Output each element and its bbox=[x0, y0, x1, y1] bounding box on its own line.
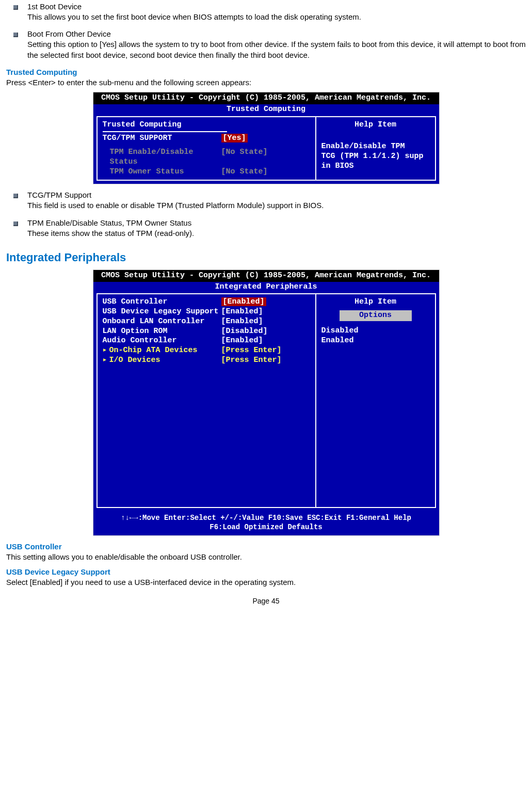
bios-label: USB Device Legacy Support bbox=[103, 307, 221, 317]
bios-row-usb-legacy: USB Device Legacy Support [Enabled] bbox=[103, 307, 310, 317]
bios-body: USB Controller [Enabled] USB Device Lega… bbox=[93, 293, 439, 511]
bios-label: TCG/TPM SUPPORT bbox=[103, 134, 221, 144]
help-text: Enable/Disable TPM bbox=[321, 142, 430, 152]
bios-submenu-label: I/O Devices bbox=[103, 356, 221, 366]
bullet-icon bbox=[13, 194, 18, 198]
bios-body: Trusted Computing TCG/TPM SUPPORT [Yes] … bbox=[93, 116, 439, 184]
bios-row-lan-controller: Onboard LAN Controller [Enabled] bbox=[103, 317, 310, 327]
options-header: Options bbox=[340, 310, 412, 321]
item-title: TCG/TPM Support bbox=[27, 191, 526, 199]
list-item-1st-boot: 1st Boot Device This allows you to set t… bbox=[13, 2, 526, 22]
bios-help-pane: Help Item Options Disabled Enabled bbox=[316, 293, 436, 508]
trusted-intro: Press <Enter> to enter the sub-menu and … bbox=[6, 77, 526, 88]
bios-value-selected: [Yes] bbox=[221, 134, 248, 142]
item-title: 1st Boot Device bbox=[27, 2, 526, 11]
bios-row-usb-controller: USB Controller [Enabled] bbox=[103, 297, 310, 307]
bios-left-pane: Trusted Computing TCG/TPM SUPPORT [Yes] … bbox=[96, 116, 316, 181]
option-disabled: Disabled bbox=[321, 326, 430, 336]
bios-value: [No State] bbox=[221, 148, 268, 167]
bios-value: [Enabled] bbox=[221, 317, 263, 327]
bios-left-pane: USB Controller [Enabled] USB Device Lega… bbox=[96, 293, 316, 508]
bios-section-title: Trusted Computing bbox=[103, 120, 310, 130]
bios-label: TPM Enable/Disable Status bbox=[110, 148, 221, 167]
item-title: TPM Enable/Disable Status, TPM Owner Sta… bbox=[27, 218, 526, 227]
bios-value: [Enabled] bbox=[221, 307, 263, 317]
usb-controller-desc: This setting allows you to enable/disabl… bbox=[6, 552, 526, 562]
list-item-body: Boot From Other Device Setting this opti… bbox=[27, 29, 526, 60]
bios-value: [Disabled] bbox=[221, 327, 268, 337]
item-description: These items show the status of TPM (read… bbox=[27, 228, 526, 239]
footer-line-1: ↑↓←→:Move Enter:Select +/-/:Value F10:Sa… bbox=[93, 513, 439, 522]
bios-row-tpm-owner: TPM Owner Status [No State] bbox=[103, 167, 310, 177]
bios-value: [Enabled] bbox=[221, 336, 263, 346]
item-description: This allows you to set the first boot de… bbox=[27, 12, 526, 22]
bios-submenu-label: On-Chip ATA Devices bbox=[103, 346, 221, 356]
bios-label: LAN Option ROM bbox=[103, 327, 221, 337]
help-text: TCG (TPM 1.1/1.2) supp bbox=[321, 152, 430, 162]
option-enabled: Enabled bbox=[321, 336, 430, 346]
help-title: Help Item bbox=[321, 120, 430, 130]
bios-label: USB Controller bbox=[103, 297, 221, 307]
bios-value: [Press Enter] bbox=[221, 346, 282, 356]
page-number: Page 45 bbox=[6, 597, 526, 605]
bios-row-io-devices: I/O Devices [Press Enter] bbox=[103, 356, 310, 366]
bios-label: Audio Controller bbox=[103, 336, 221, 346]
bios-help-pane: Help Item Enable/Disable TPM TCG (TPM 1.… bbox=[316, 116, 436, 181]
separator bbox=[103, 131, 227, 132]
bios-row-ata-devices: On-Chip ATA Devices [Press Enter] bbox=[103, 346, 310, 356]
spacer bbox=[103, 144, 310, 148]
bios-titlebar: CMOS Setup Utility - Copyright (C) 1985-… bbox=[93, 270, 439, 282]
list-item-tcg: TCG/TPM Support This field is used to en… bbox=[13, 191, 526, 211]
bios-value: [No State] bbox=[221, 167, 268, 177]
bullet-icon bbox=[13, 33, 18, 37]
help-title: Help Item bbox=[321, 297, 430, 307]
list-item-boot-other: Boot From Other Device Setting this opti… bbox=[13, 29, 526, 60]
bullet-icon bbox=[13, 5, 18, 10]
bios-row-audio-controller: Audio Controller [Enabled] bbox=[103, 336, 310, 346]
bios-row-lan-option-rom: LAN Option ROM [Disabled] bbox=[103, 327, 310, 337]
bios-screenshot-trusted: CMOS Setup Utility - Copyright (C) 1985-… bbox=[93, 92, 440, 184]
bios-value-selected: [Enabled] bbox=[221, 297, 266, 306]
heading-usb-controller: USB Controller bbox=[6, 542, 526, 551]
list-item-body: TCG/TPM Support This field is used to en… bbox=[27, 191, 526, 211]
list-item-tpm-status: TPM Enable/Disable Status, TPM Owner Sta… bbox=[13, 218, 526, 239]
bios-screenshot-integrated: CMOS Setup Utility - Copyright (C) 1985-… bbox=[93, 269, 440, 536]
heading-trusted-computing: Trusted Computing bbox=[6, 68, 526, 76]
heading-usb-legacy: USB Device Legacy Support bbox=[6, 567, 526, 576]
bullet-icon bbox=[13, 221, 18, 226]
item-description: This field is used to enable or disable … bbox=[27, 200, 526, 211]
bios-label: Onboard LAN Controller bbox=[103, 317, 221, 327]
footer-line-2: F6:Load Optimized Defaults bbox=[93, 522, 439, 532]
bios-titlebar: CMOS Setup Utility - Copyright (C) 1985-… bbox=[93, 92, 439, 104]
item-title: Boot From Other Device bbox=[27, 29, 526, 38]
bios-label: TPM Owner Status bbox=[110, 167, 221, 177]
bios-row-tcg: TCG/TPM SUPPORT [Yes] bbox=[103, 134, 310, 144]
bios-footer: ↑↓←→:Move Enter:Select +/-/:Value F10:Sa… bbox=[93, 511, 439, 535]
heading-integrated-peripherals: Integrated Peripherals bbox=[6, 251, 526, 264]
bios-row-tpm-enable: TPM Enable/Disable Status [No State] bbox=[103, 148, 310, 167]
spacer bbox=[321, 133, 430, 142]
bios-value: [Press Enter] bbox=[221, 356, 282, 366]
bios-subtitle: Trusted Computing bbox=[93, 104, 439, 116]
list-item-body: 1st Boot Device This allows you to set t… bbox=[27, 2, 526, 22]
list-item-body: TPM Enable/Disable Status, TPM Owner Sta… bbox=[27, 218, 526, 239]
usb-legacy-desc: Select [Enabled] if you need to use a US… bbox=[6, 577, 526, 588]
help-text: in BIOS bbox=[321, 162, 430, 171]
item-description: Setting this option to [Yes] allows the … bbox=[27, 39, 526, 60]
bios-subtitle: Integrated Peripherals bbox=[93, 282, 439, 294]
